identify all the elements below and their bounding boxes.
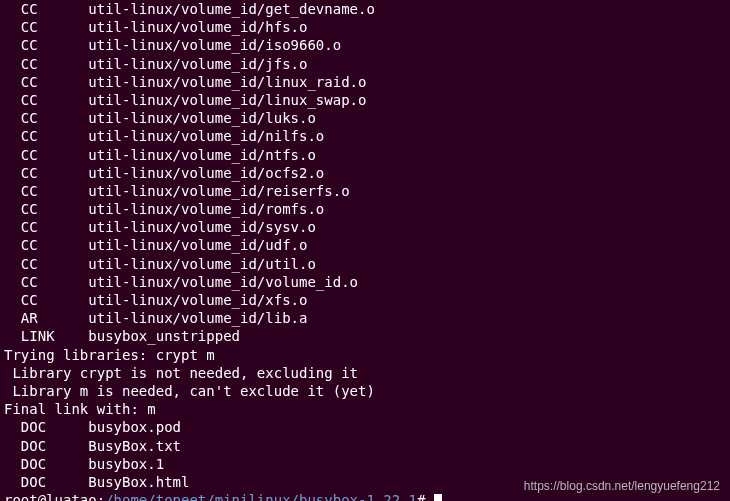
prompt-user-host: root@luatao — [4, 492, 97, 501]
compile-line: AR util-linux/volume_id/lib.a — [4, 309, 726, 327]
compile-line: CC util-linux/volume_id/nilfs.o — [4, 127, 726, 145]
doc-line: DOC busybox.pod — [4, 418, 726, 436]
compile-line: CC util-linux/volume_id/util.o — [4, 255, 726, 273]
compile-line: CC util-linux/volume_id/ntfs.o — [4, 146, 726, 164]
message-line: Library m is needed, can't exclude it (y… — [4, 382, 726, 400]
cursor — [434, 494, 442, 501]
compile-line: CC util-linux/volume_id/ocfs2.o — [4, 164, 726, 182]
compile-line: CC util-linux/volume_id/romfs.o — [4, 200, 726, 218]
doc-line: DOC BusyBox.txt — [4, 437, 726, 455]
compile-line: CC util-linux/volume_id/jfs.o — [4, 55, 726, 73]
compile-line: LINK busybox_unstripped — [4, 327, 726, 345]
compile-line: CC util-linux/volume_id/linux_swap.o — [4, 91, 726, 109]
message-line: Trying libraries: crypt m — [4, 346, 726, 364]
compile-line: CC util-linux/volume_id/xfs.o — [4, 291, 726, 309]
compile-line: CC util-linux/volume_id/luks.o — [4, 109, 726, 127]
compile-line: CC util-linux/volume_id/iso9660.o — [4, 36, 726, 54]
compile-line: CC util-linux/volume_id/get_devname.o — [4, 0, 726, 18]
message-line: Final link with: m — [4, 400, 726, 418]
prompt-symbol: # — [417, 492, 434, 501]
prompt-separator: : — [97, 492, 105, 501]
doc-line: DOC busybox.1 — [4, 455, 726, 473]
terminal-output[interactable]: CC util-linux/volume_id/get_devname.o CC… — [0, 0, 730, 501]
compile-line: CC util-linux/volume_id/linux_raid.o — [4, 73, 726, 91]
compile-line: CC util-linux/volume_id/sysv.o — [4, 218, 726, 236]
compile-line: CC util-linux/volume_id/reiserfs.o — [4, 182, 726, 200]
compile-line: CC util-linux/volume_id/udf.o — [4, 236, 726, 254]
compile-line: CC util-linux/volume_id/hfs.o — [4, 18, 726, 36]
message-line: Library crypt is not needed, excluding i… — [4, 364, 726, 382]
compile-line: CC util-linux/volume_id/volume_id.o — [4, 273, 726, 291]
watermark-text: https://blog.csdn.net/lengyuefeng212 — [524, 479, 720, 495]
prompt-path: /home/topeet/minilinux/busybox-1.22.1 — [105, 492, 417, 501]
